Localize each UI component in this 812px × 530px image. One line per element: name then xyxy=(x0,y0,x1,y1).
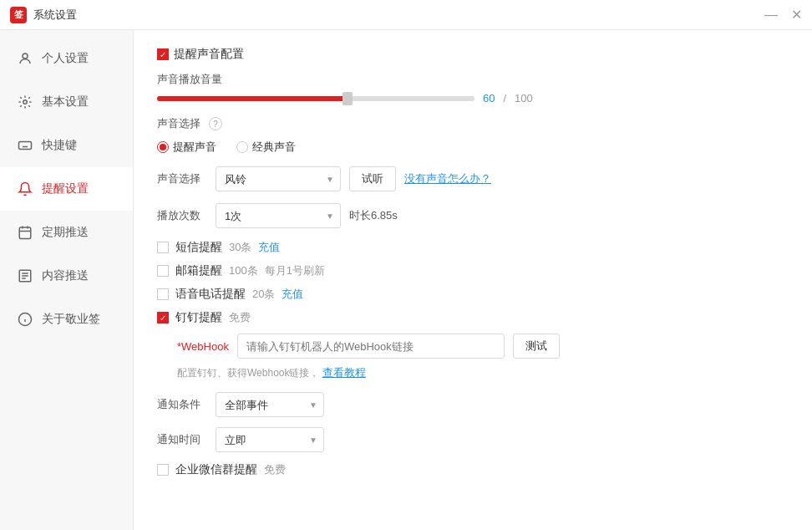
titlebar: 签 系统设置 — ✕ xyxy=(0,0,812,30)
close-button[interactable]: ✕ xyxy=(790,9,802,21)
voice-label: 语音电话提醒 xyxy=(175,287,246,302)
notify-time-row: 通知时间 立即 ▼ xyxy=(157,427,789,452)
sms-row: 短信提醒 30条 充值 xyxy=(157,240,789,255)
dingtalk-free: 免费 xyxy=(229,310,251,325)
voice-row: 语音电话提醒 20条 充值 xyxy=(157,287,789,302)
email-label: 邮箱提醒 xyxy=(175,263,222,278)
sms-checkbox[interactable] xyxy=(157,242,169,253)
keyboard-icon xyxy=(17,137,33,154)
notify-condition-row: 通知条件 全部事件 ▼ xyxy=(157,392,789,417)
radio-classic-dot[interactable] xyxy=(236,141,248,153)
dingtalk-checkbox[interactable] xyxy=(157,312,169,324)
play-count-label: 播放次数 xyxy=(157,208,207,223)
email-checkbox[interactable] xyxy=(157,265,169,277)
sms-label: 短信提醒 xyxy=(175,240,222,255)
slider-thumb[interactable] xyxy=(343,92,353,105)
sound-config-checkbox[interactable] xyxy=(157,48,169,60)
sidebar-item-basic[interactable]: 基本设置 xyxy=(0,80,133,124)
sound-choice-label: 声音选择 xyxy=(157,171,207,186)
webhook-row: *WebHook 测试 xyxy=(177,334,789,359)
play-count-row: 播放次数 1次 ▼ 时长6.85s xyxy=(157,203,789,228)
notify-time-label: 通知时间 xyxy=(157,432,207,447)
sidebar-item-alert[interactable]: 提醒设置 xyxy=(0,167,133,211)
sidebar-item-shortcut[interactable]: 快捷键 xyxy=(0,124,133,167)
webhook-tutorial-link[interactable]: 查看教程 xyxy=(322,366,366,379)
minimize-button[interactable]: — xyxy=(765,9,777,21)
main-window: 签 系统设置 — ✕ 个人设置 xyxy=(0,0,812,530)
sound-select-section-label: 声音选择 xyxy=(157,116,200,131)
dingtalk-row: 钉钉提醒 免费 xyxy=(157,310,789,325)
radio-group: 提醒声音 经典声音 xyxy=(157,140,789,155)
no-sound-link[interactable]: 没有声音怎么办？ xyxy=(404,171,491,186)
sound-config-row: 提醒声音配置 xyxy=(157,47,789,62)
duration-text: 时长6.85s xyxy=(349,208,398,223)
sidebar-label-content: 内容推送 xyxy=(42,268,89,283)
radio-alert-text: 提醒声音 xyxy=(173,140,216,155)
voice-checkbox[interactable] xyxy=(157,288,169,300)
play-count-select-wrap: 1次 ▼ xyxy=(216,203,341,228)
dingtalk-label: 钉钉提醒 xyxy=(175,310,222,325)
notify-condition-select[interactable]: 全部事件 xyxy=(216,392,324,417)
play-count-select[interactable]: 1次 xyxy=(216,203,341,228)
bell-icon xyxy=(17,181,33,197)
wechat-checkbox[interactable] xyxy=(157,464,169,476)
listen-button[interactable]: 试听 xyxy=(349,166,396,191)
sidebar-label-schedule: 定期推送 xyxy=(42,225,89,240)
volume-value: 60 xyxy=(483,92,495,104)
gear-icon xyxy=(17,94,33,110)
voice-charge-link[interactable]: 充值 xyxy=(282,287,303,302)
sidebar-item-about[interactable]: 关于敬业签 xyxy=(0,298,133,341)
radio-classic-text: 经典声音 xyxy=(252,140,296,155)
sound-select-label-row: 声音选择 ? xyxy=(157,116,789,131)
volume-separator: / xyxy=(503,92,506,104)
notify-condition-label: 通知条件 xyxy=(157,397,207,412)
svg-point-0 xyxy=(23,54,28,59)
sidebar-label-alert: 提醒设置 xyxy=(42,181,89,196)
wechat-free: 免费 xyxy=(264,462,286,477)
sound-choice-row: 声音选择 风铃 ▼ 试听 没有声音怎么办？ xyxy=(157,166,789,191)
sidebar-label-personal: 个人设置 xyxy=(42,51,89,66)
sidebar-item-content[interactable]: 内容推送 xyxy=(0,254,133,298)
volume-slider-row: 60 / 100 xyxy=(157,92,789,104)
sms-count: 30条 xyxy=(229,240,251,255)
radio-alert-label[interactable]: 提醒声音 xyxy=(157,140,216,155)
webhook-label: *WebHook xyxy=(177,340,229,353)
sound-select[interactable]: 风铃 xyxy=(216,166,341,191)
app-icon: 签 xyxy=(10,7,27,23)
svg-rect-2 xyxy=(19,142,32,150)
sidebar-item-schedule[interactable]: 定期推送 xyxy=(0,211,133,254)
window-controls: — ✕ xyxy=(765,9,802,21)
svg-point-1 xyxy=(23,100,28,104)
slider-track[interactable] xyxy=(157,96,475,101)
person-icon xyxy=(17,50,33,67)
sidebar-label-about: 关于敬业签 xyxy=(42,312,100,327)
content-area: 提醒声音配置 声音播放音量 60 / 100 声音选择 ? xyxy=(134,30,812,530)
radio-alert-dot[interactable] xyxy=(157,141,169,153)
window-title: 系统设置 xyxy=(33,8,77,23)
sound-config-checkbox-label[interactable]: 提醒声音配置 xyxy=(157,47,244,62)
slider-fill xyxy=(157,96,348,101)
email-row: 邮箱提醒 100条 每月1号刷新 xyxy=(157,263,789,278)
wechat-label: 企业微信群提醒 xyxy=(175,462,257,477)
volume-label: 声音播放音量 xyxy=(157,72,789,87)
webhook-test-button[interactable]: 测试 xyxy=(513,334,560,359)
voice-count: 20条 xyxy=(252,287,275,302)
sms-charge-link[interactable]: 充值 xyxy=(258,240,280,255)
content-icon xyxy=(17,268,33,284)
notify-time-wrap: 立即 ▼ xyxy=(216,427,324,452)
help-icon[interactable]: ? xyxy=(209,117,222,130)
wechat-row: 企业微信群提醒 免费 xyxy=(157,462,789,477)
notify-condition-wrap: 全部事件 ▼ xyxy=(216,392,324,417)
webhook-hint: 配置钉钉、获得Webhook链接， 查看教程 xyxy=(177,365,789,380)
webhook-hint-text: 配置钉钉、获得Webhook链接， xyxy=(177,367,319,379)
notify-time-select[interactable]: 立即 xyxy=(216,427,324,452)
sound-select-wrap: 风铃 ▼ xyxy=(216,166,341,191)
email-count: 100条 xyxy=(229,263,258,278)
sidebar: 个人设置 基本设置 xyxy=(0,30,134,530)
main-layout: 个人设置 基本设置 xyxy=(0,30,812,530)
sidebar-item-personal[interactable]: 个人设置 xyxy=(0,37,133,80)
info-icon xyxy=(17,311,33,328)
webhook-input[interactable] xyxy=(237,334,505,359)
radio-classic-label[interactable]: 经典声音 xyxy=(236,140,296,155)
sidebar-label-basic: 基本设置 xyxy=(42,94,89,110)
